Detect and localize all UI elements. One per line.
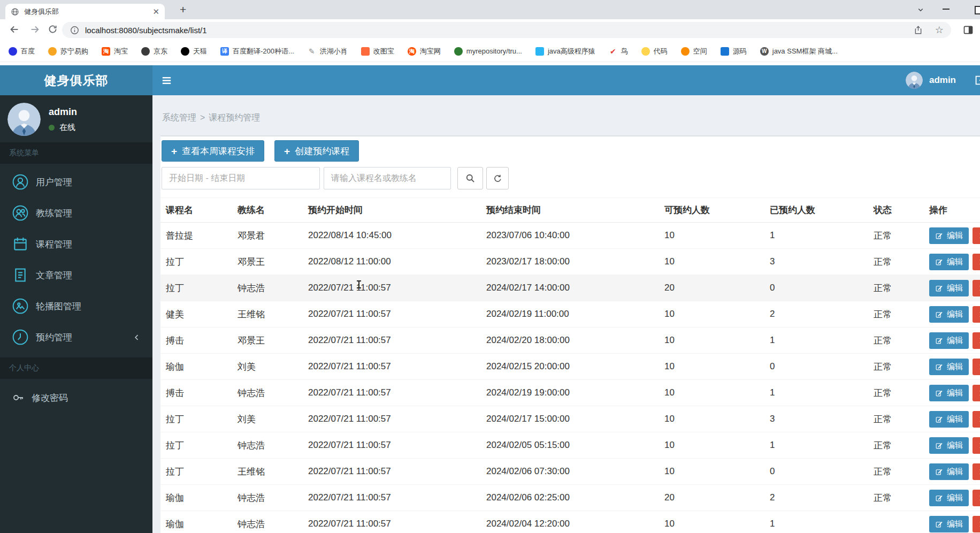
edit-icon bbox=[935, 284, 943, 292]
back-icon[interactable] bbox=[9, 24, 20, 35]
bookmark-label: 淘宝 bbox=[114, 47, 128, 56]
window-minimize-button[interactable] bbox=[943, 9, 950, 10]
sidebar-menu-item[interactable]: 预约管理 bbox=[0, 322, 152, 353]
delete-button[interactable]: 删除 bbox=[973, 411, 980, 428]
bookmark-item[interactable]: 源码 bbox=[721, 47, 747, 56]
bookmark-item[interactable]: 代码 bbox=[641, 47, 668, 56]
edit-button[interactable]: 编辑 bbox=[929, 437, 969, 454]
delete-button[interactable]: 删除 bbox=[973, 516, 980, 532]
bookmark-label: 代码 bbox=[654, 47, 668, 56]
delete-button[interactable]: 删除 bbox=[973, 359, 980, 375]
column-header: 预约结束时间 bbox=[481, 198, 659, 223]
sidebar-toggle-icon[interactable] bbox=[160, 74, 173, 87]
menu-item-label: 文章管理 bbox=[36, 269, 72, 281]
edit-button[interactable]: 编辑 bbox=[929, 332, 969, 349]
cell-course: 瑜伽 bbox=[160, 354, 232, 380]
breadcrumb-parent[interactable]: 系统管理 bbox=[162, 113, 196, 122]
sidebar-menu-item[interactable]: 教练管理 bbox=[0, 197, 152, 229]
table-row: 搏击钟志浩2022/07/21 11:00:572024/02/19 19:00… bbox=[160, 380, 980, 406]
bookmark-item[interactable]: 百度 bbox=[9, 47, 35, 56]
bookmark-item[interactable]: ✎ 洪湖小肖 bbox=[308, 47, 348, 56]
delete-button[interactable]: 删除 bbox=[973, 437, 980, 454]
cell-coach: 王维铭 bbox=[232, 459, 303, 485]
bookmark-item[interactable]: myrepository/tru... bbox=[454, 47, 522, 56]
delete-button[interactable]: 删除 bbox=[973, 306, 980, 323]
cell-start: 2022/07/21 11:00:57 bbox=[303, 511, 481, 533]
address-bar[interactable]: localhost:8080/subjectsmake/list/1 ☆ bbox=[62, 22, 951, 38]
edit-button[interactable]: 编辑 bbox=[929, 227, 969, 244]
close-tab-icon[interactable]: ✕ bbox=[152, 7, 159, 16]
edit-button[interactable]: 编辑 bbox=[929, 463, 969, 480]
cell-end: 2024/02/20 18:00:00 bbox=[481, 328, 659, 354]
table-row: 搏击邓景王2022/07/21 11:00:572024/02/20 18:00… bbox=[160, 328, 980, 354]
search-button[interactable] bbox=[457, 167, 483, 189]
cell-booked: 1 bbox=[764, 432, 868, 459]
new-tab-button[interactable]: + bbox=[180, 3, 186, 16]
forward-icon[interactable] bbox=[29, 24, 41, 35]
bookmark-item[interactable]: java高级程序猿 bbox=[535, 47, 595, 56]
tab-search-chevron-icon[interactable] bbox=[916, 5, 925, 14]
browser-tab[interactable]: 健身俱乐部 ✕ bbox=[5, 4, 165, 19]
cell-course: 瑜伽 bbox=[160, 511, 232, 533]
edit-button[interactable]: 编辑 bbox=[929, 385, 969, 401]
cell-actions: 编辑删除 bbox=[924, 432, 980, 459]
online-status-label: 在线 bbox=[59, 123, 75, 133]
tab-title: 健身俱乐部 bbox=[24, 7, 152, 17]
create-booking-course-button[interactable]: + 创建预约课程 bbox=[274, 140, 359, 162]
bookmark-item[interactable]: 淘 淘宝 bbox=[102, 47, 128, 56]
bookmark-star-icon[interactable]: ☆ bbox=[935, 25, 944, 35]
bookmark-item[interactable]: 京东 bbox=[141, 47, 167, 56]
delete-button[interactable]: 删除 bbox=[973, 463, 980, 480]
edit-button[interactable]: 编辑 bbox=[929, 490, 969, 506]
delete-button[interactable]: 删除 bbox=[973, 254, 980, 270]
share-icon[interactable] bbox=[913, 25, 923, 35]
sidebar-menu-item[interactable]: 文章管理 bbox=[0, 260, 152, 291]
sidebar-menu-item[interactable]: 课程管理 bbox=[0, 229, 152, 260]
delete-button[interactable]: 删除 bbox=[973, 280, 980, 296]
site-info-icon[interactable] bbox=[70, 25, 80, 35]
cell-coach: 刘美 bbox=[232, 354, 303, 380]
refresh-button[interactable] bbox=[486, 167, 509, 189]
delete-button[interactable]: 删除 bbox=[973, 227, 980, 244]
edit-button[interactable]: 编辑 bbox=[929, 254, 969, 270]
edit-button[interactable]: 编辑 bbox=[929, 306, 969, 323]
browser-toolbar: localhost:8080/subjectsmake/list/1 ☆ bbox=[0, 19, 980, 41]
bookmark-item[interactable]: W java SSM框架 商城... bbox=[760, 47, 838, 56]
sidebar-item-change-password[interactable]: 修改密码 bbox=[0, 384, 152, 411]
bookmark-favicon-icon bbox=[181, 47, 189, 56]
create-booking-course-label: 创建预约课程 bbox=[295, 145, 349, 157]
edit-icon bbox=[935, 520, 943, 528]
bookmark-item[interactable]: ✔ 鸟 bbox=[609, 47, 628, 56]
table-row: 拉丁钟志浩2022/07/21 11:00:572024/02/05 05:15… bbox=[160, 432, 980, 459]
menu-item-label: 预约管理 bbox=[36, 331, 72, 344]
logout-icon[interactable] bbox=[974, 74, 980, 86]
edit-button[interactable]: 编辑 bbox=[929, 359, 969, 375]
window-maximize-button[interactable] bbox=[975, 6, 980, 14]
url-text[interactable]: localhost:8080/subjectsmake/list/1 bbox=[85, 26, 207, 35]
delete-button[interactable]: 删除 bbox=[973, 385, 980, 401]
reload-icon[interactable] bbox=[47, 24, 58, 35]
delete-button[interactable]: 删除 bbox=[973, 332, 980, 349]
edit-button[interactable]: 编辑 bbox=[929, 516, 969, 532]
header-user-menu[interactable]: admin bbox=[906, 65, 956, 95]
view-week-schedule-button[interactable]: + 查看本周课程安排 bbox=[162, 140, 264, 162]
date-range-input[interactable] bbox=[162, 167, 320, 189]
bookmark-item[interactable]: 空间 bbox=[681, 47, 707, 56]
bookmark-item[interactable]: 淘 淘宝网 bbox=[408, 47, 441, 56]
cell-quota: 10 bbox=[659, 249, 764, 275]
bookmark-item[interactable]: 苏宁易购 bbox=[48, 47, 88, 56]
sidebar-menu-item[interactable]: 用户管理 bbox=[0, 166, 152, 197]
sidebar-section-personal: 个人中心 bbox=[0, 357, 152, 379]
app-logo[interactable]: 健身俱乐部 bbox=[0, 65, 152, 95]
view-week-schedule-label: 查看本周课程安排 bbox=[182, 145, 255, 157]
bookmark-item[interactable]: 译 百度翻译-200种语... bbox=[220, 47, 294, 56]
edit-button[interactable]: 编辑 bbox=[929, 411, 969, 428]
keyword-search-input[interactable] bbox=[324, 167, 451, 189]
bookmark-favicon-icon bbox=[9, 47, 17, 56]
bookmark-item[interactable]: 天猫 bbox=[181, 47, 207, 56]
side-panel-icon[interactable] bbox=[963, 25, 974, 35]
bookmark-item[interactable]: 改图宝 bbox=[361, 47, 394, 56]
sidebar-menu-item[interactable]: 轮播图管理 bbox=[0, 291, 152, 322]
edit-button[interactable]: 编辑 bbox=[929, 280, 969, 296]
delete-button[interactable]: 删除 bbox=[973, 490, 980, 506]
